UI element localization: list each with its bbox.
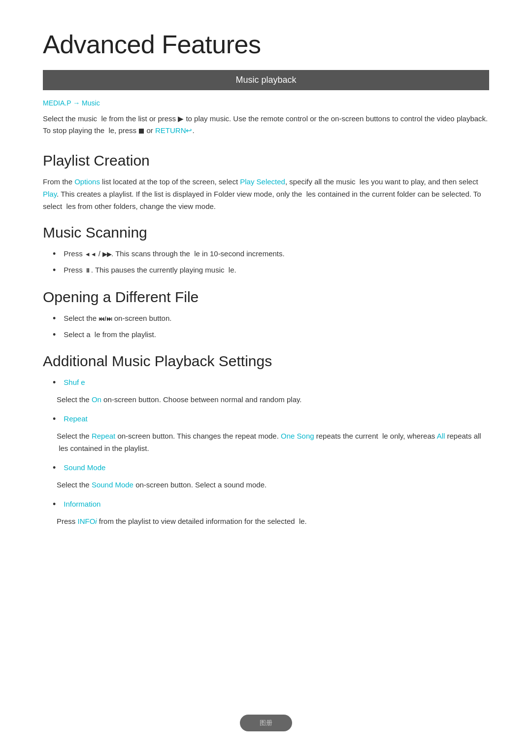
page-title: Advanced Features [43, 30, 489, 59]
breadcrumb-part2: Music [82, 99, 100, 107]
repeat-list: Repeat [53, 413, 489, 425]
section-header: Music playback [43, 70, 489, 90]
additional-settings-title: Additional Music Playback Settings [43, 353, 489, 370]
list-item: Repeat [53, 413, 489, 425]
information-list: Information [53, 498, 489, 511]
opening-file-section: Opening a Different File Select the ⏮/⏭ … [43, 289, 489, 341]
forward-icon: ▶▶ [102, 251, 111, 258]
repeat-link: Repeat [92, 432, 115, 440]
stop-icon [139, 129, 144, 134]
options-link: Options [74, 177, 100, 186]
scanning-item-1: Press ◄◄ / ▶▶. This scans through the le… [64, 248, 284, 260]
shuffle-list: Shuf e [53, 377, 489, 389]
breadcrumb-arrow: → [71, 99, 82, 107]
sound-mode-description: Select the Sound Mode on-screen button. … [57, 479, 489, 491]
intro-text: Select the music le from the list or pre… [43, 113, 489, 137]
skip-icon: ⏮/⏭ [99, 315, 112, 322]
rewind-icon: ◄◄ [85, 251, 97, 258]
music-scanning-title: Music Scanning [43, 224, 489, 241]
list-item: Press ⏸. This pauses the currently playi… [53, 264, 489, 276]
sound-mode-link: Sound Mode [92, 481, 133, 489]
playlist-creation-text: From the Options list located at the top… [43, 176, 489, 212]
list-item: Sound Mode [53, 462, 489, 474]
sound-mode-label: Sound Mode [64, 462, 105, 474]
information-label: Information [64, 498, 100, 511]
opening-file-title: Opening a Different File [43, 289, 489, 306]
opening-file-list: Select the ⏮/⏭ on-screen button. Select … [53, 312, 489, 341]
additional-settings-section: Additional Music Playback Settings Shuf … [43, 353, 489, 528]
repeat-label: Repeat [64, 413, 87, 425]
info-link: INFOi [78, 517, 97, 525]
playlist-creation-section: Playlist Creation From the Options list … [43, 152, 489, 212]
information-description: Press INFOi from the playlist to view de… [57, 515, 489, 528]
opening-item-2: Select a le from the playlist. [64, 329, 156, 341]
shuffle-label: Shuf e [64, 377, 85, 389]
play-selected-link: Play Selected [240, 177, 285, 186]
list-item: Select the ⏮/⏭ on-screen button. [53, 312, 489, 325]
list-item: Press ◄◄ / ▶▶. This scans through the le… [53, 248, 489, 260]
repeat-description: Select the Repeat on-screen button. This… [57, 430, 489, 455]
list-item: Shuf e [53, 377, 489, 389]
list-item: Select a le from the playlist. [53, 329, 489, 341]
pause-icon: ⏸ [85, 267, 91, 274]
list-item: Information [53, 498, 489, 511]
sound-mode-list: Sound Mode [53, 462, 489, 474]
page-footer: 图册 [240, 715, 292, 731]
all-link: All [437, 432, 445, 440]
music-scanning-section: Music Scanning Press ◄◄ / ▶▶. This scans… [43, 224, 489, 276]
breadcrumb-part1: MEDIA.P [43, 99, 71, 107]
play-link: Play [43, 190, 57, 198]
playlist-creation-title: Playlist Creation [43, 152, 489, 169]
on-link: On [92, 395, 101, 404]
shuffle-description: Select the On on-screen button. Choose b… [57, 394, 489, 406]
return-link: RETURN↩ [155, 126, 193, 135]
breadcrumb: MEDIA.P → Music [43, 99, 489, 107]
opening-item-1: Select the ⏮/⏭ on-screen button. [64, 312, 171, 325]
scanning-item-2: Press ⏸. This pauses the currently playi… [64, 264, 236, 276]
one-song-link: One Song [281, 432, 314, 440]
music-scanning-list: Press ◄◄ / ▶▶. This scans through the le… [53, 248, 489, 276]
